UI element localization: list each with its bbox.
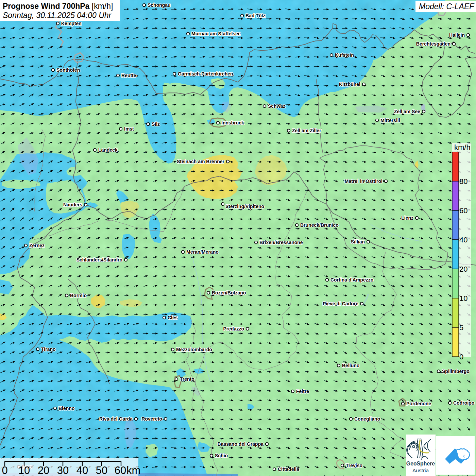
svg-text:Steinach am Brenner: Steinach am Brenner <box>177 159 225 164</box>
svg-text:Nauders: Nauders <box>63 202 82 207</box>
svg-text:Kempten: Kempten <box>61 21 82 26</box>
svg-text:Berchtesgaden: Berchtesgaden <box>416 41 451 47</box>
svg-text:Schongau: Schongau <box>148 2 171 8</box>
svg-text:Modell: C-LAEF: Modell: C-LAEF <box>419 2 475 11</box>
svg-text:10: 10 <box>18 464 30 476</box>
svg-text:20: 20 <box>38 464 49 476</box>
svg-text:Codroipo: Codroipo <box>453 400 474 406</box>
svg-text:Kitzbühel: Kitzbühel <box>339 82 360 87</box>
svg-text:GeoSphere: GeoSphere <box>406 461 435 466</box>
svg-text:Reutte: Reutte <box>121 73 136 78</box>
svg-text:Innsbruck: Innsbruck <box>221 120 244 125</box>
svg-text:Prognose Wind 700hPa [km/h]: Prognose Wind 700hPa [km/h] <box>3 2 113 11</box>
svg-text:Sillian: Sillian <box>351 239 365 244</box>
svg-text:Zell am See: Zell am See <box>394 109 420 114</box>
svg-text:Trento: Trento <box>180 376 194 382</box>
svg-text:Tirano: Tirano <box>41 346 56 352</box>
svg-text:10: 10 <box>459 294 468 303</box>
svg-text:Sterzing/Vipiteno: Sterzing/Vipiteno <box>225 204 264 209</box>
svg-text:Bienno: Bienno <box>58 406 74 411</box>
svg-text:Bad Tölz: Bad Tölz <box>245 13 265 18</box>
svg-text:40: 40 <box>76 464 88 476</box>
svg-text:Imst: Imst <box>124 126 134 132</box>
svg-text:Zernez: Zernez <box>29 243 45 248</box>
svg-text:80: 80 <box>459 177 468 186</box>
svg-text:Kufstein: Kufstein <box>335 52 354 58</box>
svg-text:60: 60 <box>115 464 126 476</box>
svg-text:Bormio: Bormio <box>70 293 87 298</box>
svg-text:Belluno: Belluno <box>342 363 359 368</box>
svg-text:20: 20 <box>459 265 468 273</box>
svg-text:40: 40 <box>459 236 468 244</box>
svg-text:km/h: km/h <box>454 143 471 152</box>
svg-text:Schlanders/Silandro: Schlanders/Silandro <box>76 257 122 262</box>
svg-text:km: km <box>126 464 140 476</box>
svg-text:Cles: Cles <box>168 315 178 320</box>
svg-text:Landeck: Landeck <box>98 147 118 153</box>
svg-text:Predazzo: Predazzo <box>223 326 244 332</box>
svg-text:5: 5 <box>459 323 463 332</box>
svg-text:0: 0 <box>459 353 463 361</box>
svg-text:Pieve di Cadore: Pieve di Cadore <box>323 301 358 306</box>
svg-text:Mezzolombardo: Mezzolombardo <box>176 347 212 352</box>
svg-text:Bruneck/Brunico: Bruneck/Brunico <box>300 222 339 228</box>
svg-text:Cittadella: Cittadella <box>278 466 299 472</box>
svg-text:Feltre: Feltre <box>296 389 309 394</box>
svg-text:Murnau am Staffelsee: Murnau am Staffelsee <box>191 31 241 36</box>
svg-text:Sonntag, 30.11.2025 04:00 Uhr: Sonntag, 30.11.2025 04:00 Uhr <box>3 11 112 20</box>
svg-text:Zell am Ziller: Zell am Ziller <box>292 128 321 133</box>
svg-text:0: 0 <box>2 464 7 476</box>
svg-text:50: 50 <box>96 464 107 476</box>
svg-text:Garmisch-Partenkirchen: Garmisch-Partenkirchen <box>178 71 233 76</box>
svg-text:Bozen/Bolzano: Bozen/Bolzano <box>212 290 246 295</box>
svg-text:Matrei in Osttirol: Matrei in Osttirol <box>345 178 382 184</box>
svg-text:Mittersill: Mittersill <box>380 118 400 123</box>
svg-text:Conegliano: Conegliano <box>354 416 380 422</box>
svg-text:Silz: Silz <box>152 121 160 127</box>
svg-text:Brixen/Bressanone: Brixen/Bressanone <box>259 240 303 245</box>
svg-text:Lienz: Lienz <box>401 215 413 221</box>
svg-text:Spilimbergo: Spilimbergo <box>442 369 470 374</box>
svg-text:Bassano del Grappa: Bassano del Grappa <box>218 441 264 447</box>
svg-text:Treviso: Treviso <box>346 463 362 468</box>
svg-text:Hallein: Hallein <box>449 32 465 38</box>
svg-text:Pordenone: Pordenone <box>406 401 431 406</box>
svg-text:60: 60 <box>459 206 468 215</box>
svg-text:Cortina d'Ampezzo: Cortina d'Ampezzo <box>330 277 373 283</box>
svg-text:Schio: Schio <box>215 453 228 458</box>
svg-text:Schwaz: Schwaz <box>268 103 285 109</box>
svg-text:Meran/Merano: Meran/Merano <box>186 249 219 255</box>
svg-text:Riva del Garda: Riva del Garda <box>99 416 133 422</box>
svg-text:Austria: Austria <box>412 468 429 473</box>
svg-text:Rovereto: Rovereto <box>141 416 162 422</box>
svg-text:30: 30 <box>57 464 69 476</box>
svg-text:Sonthofen: Sonthofen <box>56 67 80 73</box>
